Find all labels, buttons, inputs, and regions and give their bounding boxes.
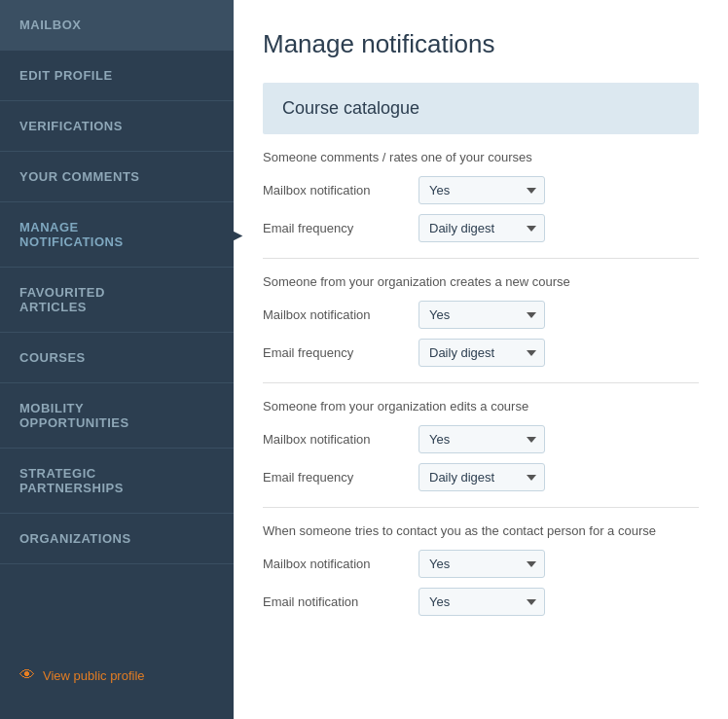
notification-select-b2r1[interactable]: YesNo (419, 301, 545, 329)
main-content: Manage notifications Course catalogue So… (234, 0, 728, 719)
notification-select-b4r1[interactable]: YesNo (419, 550, 545, 578)
sidebar-footer-label: View public profile (43, 668, 145, 683)
sidebar-item-courses[interactable]: COURSES (0, 333, 234, 383)
notification-select-b4r2[interactable]: YesNo (419, 588, 545, 616)
notification-select-b3r2[interactable]: Daily digestImmediatelyWeekly digestNeve… (419, 463, 545, 491)
notification-row-b3r2: Email frequencyDaily digestImmediatelyWe… (263, 463, 699, 491)
notification-description-block4: When someone tries to contact you as the… (263, 523, 699, 538)
notification-select-b1r2[interactable]: Daily digestImmediatelyWeekly digestNeve… (419, 214, 545, 242)
notification-block-block4: When someone tries to contact you as the… (263, 508, 699, 631)
notification-row-b3r1: Mailbox notificationYesNo (263, 425, 699, 453)
notification-row-b2r2: Email frequencyDaily digestImmediatelyWe… (263, 339, 699, 367)
sidebar-item-mobility-opportunities[interactable]: MOBILITY OPPORTUNITIES (0, 383, 234, 449)
notification-description-block1: Someone comments / rates one of your cou… (263, 150, 699, 164)
notification-block-block1: Someone comments / rates one of your cou… (263, 134, 699, 259)
notification-row-b1r1: Mailbox notificationYesNo (263, 176, 699, 204)
notification-row-b4r1: Mailbox notificationYesNo (263, 550, 699, 578)
notification-description-block3: Someone from your organization edits a c… (263, 399, 699, 413)
sidebar-item-verifications[interactable]: VERIFICATIONS (0, 101, 234, 152)
sidebar-item-strategic-partnerships[interactable]: STRATEGIC PARTNERSHIPS (0, 449, 234, 514)
sidebar: MAILBOXEDIT PROFILEVERIFICATIONSYOUR COM… (0, 0, 234, 719)
notification-row-label-b1r2: Email frequency (263, 221, 419, 235)
notification-row-b4r2: Email notificationYesNo (263, 588, 699, 616)
notification-row-label-b3r1: Mailbox notification (263, 432, 419, 447)
sidebar-item-manage-notifications[interactable]: MANAGE NOTIFICATIONS (0, 202, 234, 268)
notification-row-label-b2r1: Mailbox notification (263, 307, 419, 322)
page-title: Manage notifications (263, 29, 699, 59)
notification-row-label-b2r2: Email frequency (263, 345, 419, 360)
sidebar-item-your-comments[interactable]: YOUR COMMENTS (0, 152, 234, 202)
view-public-profile-link[interactable]: 👁 View public profile (0, 651, 234, 700)
notification-row-label-b4r1: Mailbox notification (263, 557, 419, 571)
sidebar-item-mailbox[interactable]: MAILBOX (0, 0, 234, 51)
sidebar-item-organizations[interactable]: ORGANIZATIONS (0, 514, 234, 564)
notification-select-b2r2[interactable]: Daily digestImmediatelyWeekly digestNeve… (419, 339, 545, 367)
notification-select-b1r1[interactable]: YesNo (419, 176, 545, 204)
notification-row-label-b1r1: Mailbox notification (263, 183, 419, 198)
notification-row-b2r1: Mailbox notificationYesNo (263, 301, 699, 329)
notification-select-b3r1[interactable]: YesNo (419, 425, 545, 453)
notification-description-block2: Someone from your organization creates a… (263, 274, 699, 289)
notification-block-block3: Someone from your organization edits a c… (263, 383, 699, 508)
sidebar-item-edit-profile[interactable]: EDIT PROFILE (0, 51, 234, 101)
sidebar-item-favourited-articles[interactable]: FAVOURITED ARTICLES (0, 268, 234, 333)
notification-blocks: Someone comments / rates one of your cou… (263, 134, 699, 631)
notification-row-b1r2: Email frequencyDaily digestImmediatelyWe… (263, 214, 699, 242)
section-header: Course catalogue (263, 83, 699, 134)
notification-block-block2: Someone from your organization creates a… (263, 259, 699, 383)
notification-row-label-b3r2: Email frequency (263, 470, 419, 485)
notification-row-label-b4r2: Email notification (263, 594, 419, 609)
eye-icon: 👁 (19, 666, 35, 684)
